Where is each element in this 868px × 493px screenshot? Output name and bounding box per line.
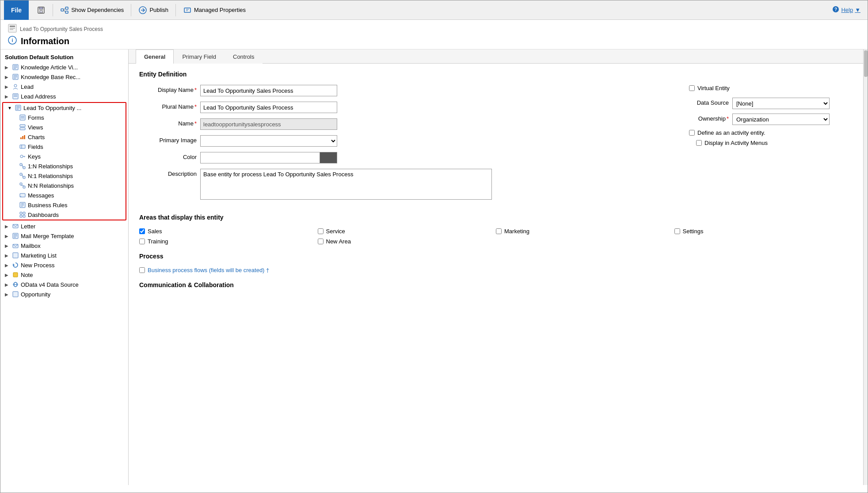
managed-properties-button[interactable]: Managed Properties [179,4,250,16]
sidebar-section-title: Solution Default Solution [0,51,128,62]
entity-icon [8,23,17,34]
area-service-label: Service [326,228,345,235]
sidebar-item-knowledge-base[interactable]: ▶ Knowledge Base Rec... [0,72,128,82]
display-name-row: Display Name* [139,85,667,96]
sidebar-item-note[interactable]: ▶ Note [0,270,128,280]
right-scrollbar[interactable] [863,49,868,485]
new-process-label: New Process [21,262,55,269]
knowledge-base-label: Knowledge Base Rec... [21,74,80,80]
n1-rel-label: N:1 Relationships [28,173,73,179]
publish-icon [138,6,147,15]
area-service-checkbox[interactable] [318,228,324,234]
sidebar-item-mailbox[interactable]: ▶ Mailbox [0,241,128,250]
svg-text:i: i [11,38,13,43]
collapse-arrow: ▶ [5,234,10,239]
sidebar-child-n1-rel[interactable]: N:1 Relationships [3,171,126,181]
plural-name-input[interactable] [200,102,337,113]
ownership-select[interactable]: Organization [732,114,830,125]
color-swatch[interactable] [320,152,337,163]
odata-icon [12,281,19,288]
area-marketing-checkbox[interactable] [496,228,502,234]
sidebar-child-views[interactable]: Views [3,122,126,132]
color-label: Color [139,152,197,160]
sidebar-item-lead-to-opportunity[interactable]: ▼ Lead To Opportunity ... [3,103,126,113]
form-two-col: Display Name* Plural Name* [139,85,853,205]
svg-rect-44 [20,145,25,148]
letter-label: Letter [21,223,35,230]
sidebar-item-mail-merge[interactable]: ▶ Mail Merge Template [0,231,128,241]
data-source-select[interactable]: [None] [732,98,830,109]
separator-3 [175,4,176,16]
virtual-entity-checkbox[interactable] [689,85,695,91]
tab-primary-field[interactable]: Primary Field [174,49,225,64]
sidebar-item-knowledge-article[interactable]: ▶ Knowledge Article Vi... [0,62,128,72]
description-textarea[interactable]: Base entity for process Lead To Opportun… [200,169,492,200]
publish-button[interactable]: Publish [134,4,173,16]
area-new-area-checkbox[interactable] [318,239,324,244]
area-settings-checkbox[interactable] [674,228,680,234]
form-right-col: Virtual Entity Data Source [None] Owners… [685,85,853,150]
sidebar-child-1n-rel[interactable]: 1:N Relationships [3,161,126,171]
svg-rect-49 [20,163,22,166]
main-layout: Solution Default Solution ▶ Knowledge Ar… [0,49,868,485]
tab-general[interactable]: General [136,49,174,64]
fields-label: Fields [28,144,43,150]
marketing-list-label: Marketing List [21,252,57,259]
sidebar-item-opportunity[interactable]: ▶ Opportunity [0,289,128,299]
sidebar-child-charts[interactable]: Charts [3,132,126,142]
color-picker-row [200,152,337,163]
define-activity-row: Define as an activity entity. [689,129,853,136]
sidebar-item-odata[interactable]: ▶ OData v4 Data Source [0,280,128,289]
define-activity-checkbox[interactable] [689,130,695,136]
name-input[interactable] [200,118,337,130]
business-process-checkbox[interactable] [139,267,145,273]
svg-rect-1 [39,7,43,9]
mail-merge-label: Mail Merge Template [21,233,74,239]
keys-icon [19,153,26,160]
sidebar-item-marketing-list[interactable]: ▶ Marketing List [0,250,128,260]
save-icon [37,6,46,15]
help-label: Help [841,7,853,13]
tab-controls[interactable]: Controls [225,49,263,64]
sidebar: Solution Default Solution ▶ Knowledge Ar… [0,49,129,485]
primary-image-select[interactable] [200,135,337,147]
svg-rect-5 [65,11,68,13]
svg-rect-64 [23,212,25,214]
show-dependencies-button[interactable]: Show Dependencies [56,4,128,16]
charts-label: Charts [28,134,45,140]
color-text-input[interactable] [200,152,320,163]
header-title-text: Information [21,36,69,46]
area-training-checkbox[interactable] [139,239,145,244]
name-row: Name* [139,118,667,130]
sidebar-child-dashboards[interactable]: Dashboards [3,210,126,220]
svg-rect-78 [13,292,18,297]
1n-rel-label: 1:N Relationships [28,163,73,170]
business-process-link[interactable]: Business process flows (fields will be c… [148,267,264,273]
areas-title: Areas that display this entity [139,214,853,221]
display-activity-checkbox[interactable] [696,140,702,146]
comm-section: Communication & Collaboration [139,281,853,288]
display-name-input[interactable] [200,85,337,96]
sidebar-item-lead[interactable]: ▶ Lead [0,82,128,91]
form-content: Entity Definition Display Name* [129,64,863,303]
sidebar-child-fields[interactable]: Fields [3,142,126,152]
help-button[interactable]: ? Help ▼ [829,4,864,16]
sidebar-child-keys[interactable]: Keys [3,152,126,161]
letter-icon [12,223,19,230]
file-button[interactable]: File [4,0,29,20]
sidebar-item-letter[interactable]: ▶ Letter [0,221,128,231]
form-left-col: Display Name* Plural Name* [139,85,667,205]
save-button[interactable] [32,4,50,16]
sidebar-child-forms[interactable]: Forms [3,113,126,122]
entity-definition-title: Entity Definition [139,71,853,78]
sidebar-child-business-rules[interactable]: Business Rules [3,200,126,210]
collapse-arrow: ▶ [5,253,10,258]
new-process-icon [12,262,19,269]
sidebar-child-messages[interactable]: Messages [3,190,126,200]
sidebar-item-new-process[interactable]: ▶ New Process [0,260,128,270]
sidebar-child-nn-rel[interactable]: N:N Relationships [3,181,126,190]
sidebar-item-lead-address[interactable]: ▶ Lead Address [0,91,128,101]
area-sales-checkbox[interactable] [139,228,145,234]
header-subtitle-text: Lead To Opportunity Sales Process [20,26,103,32]
svg-line-51 [22,165,23,168]
